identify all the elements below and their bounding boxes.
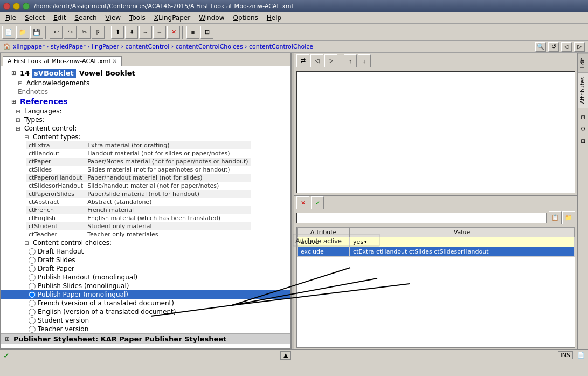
cc-expand-icon[interactable]: ⊟ (16, 126, 24, 132)
right-tb-left[interactable]: ◁ (310, 54, 323, 67)
ct-expand-icon[interactable]: ⊟ (24, 134, 33, 140)
nav-button-3[interactable]: ◁ (561, 42, 572, 52)
insert-after-button[interactable]: ⬇ (125, 26, 138, 39)
choice-draft-handout[interactable]: Draft Handout (1, 247, 290, 256)
tab-close-icon[interactable]: ✕ (113, 58, 117, 64)
attr-row-active[interactable]: active yes▾ (298, 237, 575, 247)
table-row[interactable]: ctPaperorSlidesPaper/slide material (not… (26, 190, 251, 198)
attr-input[interactable] (296, 213, 547, 223)
booklet-header[interactable]: ⊞ 14 sVBooklet Vowel Booklet (1, 67, 290, 79)
side-icon-omega[interactable]: Ω (578, 125, 588, 134)
table-row[interactable]: ctStudentStudent only material (26, 222, 251, 230)
side-tab-attributes[interactable]: Attributes (578, 72, 588, 108)
table-row[interactable]: ctSlidesSlides material (not for paper/n… (26, 166, 251, 174)
redo-button[interactable]: ↪ (64, 26, 77, 39)
menu-file[interactable]: File (1, 13, 20, 23)
ccc-expand-icon[interactable]: ⊟ (24, 240, 33, 246)
choice-student[interactable]: Student version (1, 316, 290, 325)
booklet-expand-icon[interactable]: ⊞ (11, 70, 20, 76)
table-row[interactable]: ctPaperorHandoutPaper/handout material (… (26, 174, 251, 182)
nav-button-1[interactable]: 🔍 (535, 42, 546, 52)
attr-value-active[interactable]: yes▾ (350, 237, 575, 247)
languages-item[interactable]: ⊞ Languages: (1, 107, 290, 115)
attr-confirm-button[interactable]: ✓ (311, 196, 324, 209)
choice-teacher[interactable]: Teacher version (1, 325, 290, 333)
menu-search[interactable]: Search (70, 13, 101, 23)
menu-select[interactable]: Select (20, 13, 49, 23)
publisher-item[interactable]: ⊞ Publisher Stylesheet: KAR Paper Publis… (1, 333, 290, 344)
ack-expand-icon[interactable]: ⊟ (18, 80, 26, 86)
save-button[interactable]: 💾 (30, 26, 43, 39)
references-item[interactable]: ⊞ References (1, 96, 290, 107)
tree-content[interactable]: ⊞ 14 sVBooklet Vowel Booklet ⊟ Acknowled… (1, 66, 290, 348)
content-types-item[interactable]: ⊟ Content types: (1, 133, 290, 141)
table-row[interactable]: ctEnglishEnglish material (which has bee… (26, 214, 251, 222)
scroll-up-button[interactable]: ▲ (280, 351, 291, 360)
content-control-item[interactable]: ⊟ Content control: (1, 124, 290, 133)
format2-button[interactable]: ⊞ (200, 26, 213, 39)
choice-french[interactable]: French (version of a translated document… (1, 299, 290, 307)
side-icon-1[interactable]: ⊡ (578, 113, 588, 122)
indent-button[interactable]: → (139, 26, 152, 39)
choice-publish-handout[interactable]: Publish Handout (monolingual) (1, 273, 290, 282)
breadcrumb[interactable]: xlingpaper › styledPaper › lingPaper › c… (13, 43, 313, 50)
attr-cancel-button[interactable]: ✕ (296, 196, 309, 209)
right-tb-b1[interactable]: ↑ (344, 54, 357, 67)
cut-button[interactable]: ✂ (78, 26, 91, 39)
choice-publish-slides[interactable]: Publish Slides (monolingual) (1, 282, 290, 290)
types-expand-icon[interactable]: ⊞ (16, 117, 24, 123)
maximize-button[interactable] (23, 3, 30, 10)
side-tab-edit[interactable]: Edit (578, 53, 588, 72)
menu-options[interactable]: Options (229, 13, 262, 23)
menu-xlingpaper[interactable]: XLingPaper (150, 13, 195, 23)
open-button[interactable]: 📁 (16, 26, 29, 39)
attr-template-btn[interactable]: 📋 (549, 211, 562, 224)
format1-button[interactable]: ≡ (186, 26, 199, 39)
choice-publish-paper[interactable]: Publish Paper (monolingual) (1, 290, 290, 299)
endnotes-item[interactable]: Endnotes (1, 87, 290, 96)
acknowledgements-item[interactable]: ⊟ Acknowledgements (1, 79, 290, 87)
home-icon[interactable]: 🏠 (3, 43, 11, 50)
choice-draft-slides[interactable]: Draft Slides (1, 256, 290, 264)
new-button[interactable]: 📄 (2, 26, 15, 39)
delete-button[interactable]: ✕ (167, 26, 180, 39)
choice-draft-paper[interactable]: Draft Paper (1, 264, 290, 273)
minimize-button[interactable] (13, 3, 20, 10)
side-icon-grid[interactable]: ⊞ (578, 136, 588, 146)
content-control-choices-item[interactable]: ⊟ Content control choices: (1, 238, 290, 247)
attr-folder-btn[interactable]: 📁 (562, 211, 575, 224)
menu-tools[interactable]: Tools (125, 13, 150, 23)
active-dropdown-arrow[interactable]: ▾ (364, 240, 366, 244)
choice-english[interactable]: English (version of a translated documen… (1, 307, 290, 316)
right-tb-b2[interactable]: ↓ (358, 54, 371, 67)
table-row[interactable]: ctHandoutHandout material (not for slide… (26, 149, 251, 158)
table-row[interactable]: ctExtraExtra material (for drafting) (26, 141, 251, 149)
right-tb-right[interactable]: ▷ (324, 54, 337, 67)
window-controls[interactable] (3, 3, 30, 10)
nav-button-2[interactable]: ↺ (548, 42, 559, 52)
menu-help[interactable]: Help (262, 13, 286, 23)
menu-window[interactable]: Window (195, 13, 229, 23)
types-item[interactable]: ⊞ Types: (1, 115, 290, 124)
table-row[interactable]: ctAbstractAbstract (standalone) (26, 198, 251, 206)
insert-before-button[interactable]: ⬆ (111, 26, 124, 39)
editor-area[interactable] (296, 71, 575, 193)
close-button[interactable] (3, 3, 10, 10)
pub-expand-icon[interactable]: ⊞ (5, 336, 13, 342)
nav-button-4[interactable]: ▷ (574, 42, 585, 52)
main-tab[interactable]: A First Look at Mbo-zmw-ACAL.xml ✕ (3, 56, 122, 66)
outdent-button[interactable]: ← (153, 26, 166, 39)
undo-button[interactable]: ↩ (50, 26, 63, 39)
copy-button[interactable]: ⎘ (92, 26, 105, 39)
lang-expand-icon[interactable]: ⊞ (16, 108, 24, 114)
menu-edit[interactable]: Edit (49, 13, 70, 23)
right-tb-sync[interactable]: ⇄ (296, 54, 309, 67)
table-row[interactable]: ctSlidesorHandoutSlide/handout material … (26, 182, 251, 190)
attr-row-exclude[interactable]: exclude ctExtra ctHandout ctSlides ctSli… (298, 247, 575, 256)
menu-view[interactable]: View (101, 13, 125, 23)
table-row[interactable]: ctTeacherTeacher only materiales (26, 230, 251, 238)
table-row[interactable]: ctPaperPaper/Notes material (not for pap… (26, 158, 251, 166)
attr-dropdown-btn[interactable]: 📋 📁 (549, 211, 575, 224)
table-row[interactable]: ctFrenchFrench material (26, 206, 251, 214)
ref-expand-icon[interactable]: ⊞ (11, 99, 20, 105)
